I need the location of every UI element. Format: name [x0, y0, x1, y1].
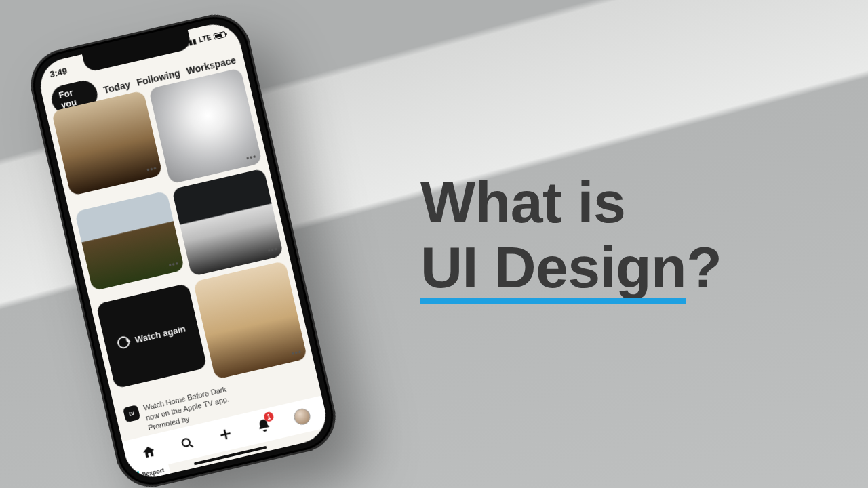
more-icon[interactable]: •••: [245, 152, 258, 163]
add-icon[interactable]: [212, 420, 239, 448]
svg-line-3: [220, 433, 230, 435]
feed-grid: ••• ••• ••• ••• Watch again ••• tv Watch…: [52, 68, 316, 439]
battery-icon: [213, 30, 226, 39]
more-icon[interactable]: •••: [167, 259, 180, 270]
headline: What is UI Design?: [420, 169, 722, 300]
appletv-icon: tv: [123, 405, 140, 422]
avatar: [292, 407, 312, 426]
more-icon[interactable]: •••: [146, 164, 158, 176]
tab-today[interactable]: Today: [102, 79, 132, 96]
more-icon[interactable]: •••: [267, 245, 279, 256]
svg-line-1: [189, 444, 193, 447]
headline-underlined: UI Design: [420, 235, 686, 300]
phone-mockup: 3:49 ▮▮▮▮ LTE For you Today Following Wo…: [24, 7, 342, 488]
pin-card[interactable]: •••: [75, 190, 184, 291]
notifications-icon[interactable]: 1: [250, 411, 278, 439]
headline-line2: UI Design?: [420, 235, 722, 300]
headline-line1: What is: [420, 169, 722, 235]
svg-point-0: [182, 438, 191, 447]
status-carrier: LTE: [198, 33, 212, 43]
status-time: 3:49: [49, 65, 68, 79]
phone-screen: 3:49 ▮▮▮▮ LTE For you Today Following Wo…: [35, 19, 331, 483]
hero-stage: What is UI Design? 3:49 ▮▮▮▮ LTE For you…: [0, 0, 868, 488]
pin-card-watch-again[interactable]: Watch again: [96, 283, 207, 389]
home-icon[interactable]: [135, 439, 163, 466]
pin-card[interactable]: •••: [193, 261, 308, 380]
watch-again-label: Watch again: [134, 323, 186, 345]
search-icon[interactable]: [174, 430, 201, 458]
more-icon[interactable]: •••: [290, 348, 302, 359]
replay-icon: [117, 335, 132, 350]
profile-avatar[interactable]: [288, 403, 316, 430]
pin-card[interactable]: •••: [172, 168, 283, 277]
pin-card[interactable]: •••: [149, 68, 262, 184]
headline-qmark: ?: [686, 235, 722, 300]
